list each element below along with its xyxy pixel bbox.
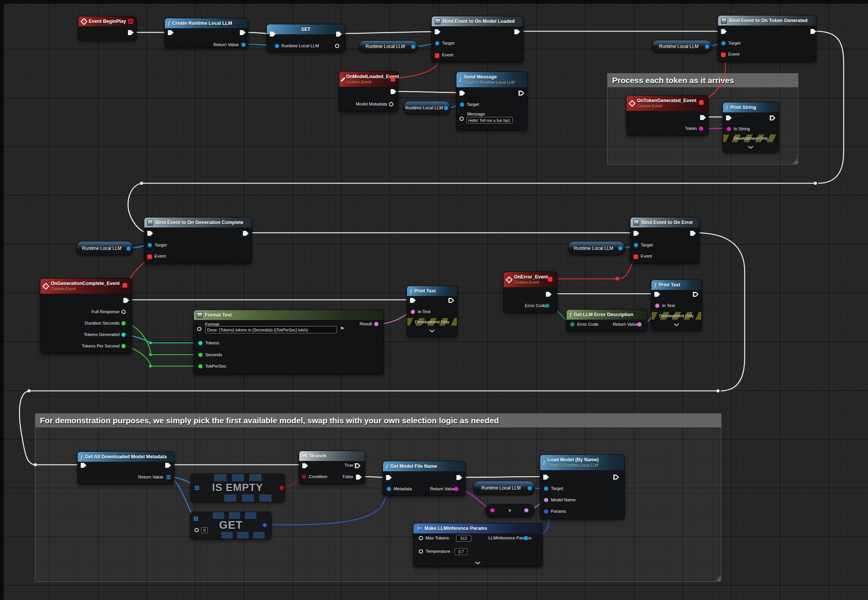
- wire-exec[interactable]: [816, 31, 844, 183]
- max-tokens-pin[interactable]: [419, 536, 423, 540]
- comment-resize-handle[interactable]: [716, 576, 721, 581]
- target-pin[interactable]: [721, 41, 726, 45]
- collapse-chevron-icon[interactable]: [429, 327, 435, 334]
- delegate-pin[interactable]: [699, 100, 704, 105]
- node-array-get[interactable]: GET: [190, 512, 271, 539]
- exec-out-pin[interactable]: [690, 231, 696, 236]
- comment-header[interactable]: Process each token as it arrives: [608, 74, 798, 87]
- conversion-out-pin[interactable]: [524, 508, 528, 512]
- exec-in-pin[interactable]: [302, 463, 308, 468]
- event-delegate-pin[interactable]: [633, 254, 638, 259]
- exec-out-pin[interactable]: [123, 298, 129, 303]
- variable-out-pin[interactable]: [528, 486, 532, 490]
- tokpersec-pin[interactable]: [198, 364, 203, 368]
- exec-in-pin[interactable]: [726, 115, 732, 120]
- wire-exec[interactable]: [696, 233, 745, 391]
- return-value-pin[interactable]: [454, 487, 458, 491]
- in-string-pin[interactable]: [727, 127, 731, 131]
- node-event-beginplay[interactable]: Event BeginPlay: [78, 16, 137, 40]
- reroute-node[interactable]: [716, 389, 720, 392]
- exec-out-pin[interactable]: [700, 115, 706, 120]
- exec-out-pin[interactable]: [448, 298, 454, 303]
- array-in-pin[interactable]: [195, 486, 196, 487]
- tokens-pin[interactable]: [198, 341, 203, 345]
- return-value-pin[interactable]: [637, 322, 641, 326]
- tokens-per-second-pin[interactable]: [121, 344, 126, 348]
- node-bind-event-on-generation-complete[interactable]: Bind Event to On Generation Complete Tar…: [144, 217, 252, 264]
- max-tokens-input[interactable]: [456, 535, 471, 542]
- index-pin[interactable]: [195, 528, 199, 532]
- variable-out-pin[interactable]: [411, 45, 415, 49]
- node-format-text[interactable]: Format Text Format ⚑ Tokens Seconds TokP…: [193, 310, 384, 374]
- reroute-node[interactable]: [149, 354, 152, 356]
- reroute-node[interactable]: [140, 182, 143, 185]
- wire-exec[interactable]: [245, 32, 270, 34]
- error-code-pin[interactable]: [570, 322, 574, 326]
- node-make-llminference-params[interactable]: Make LLMInference Params Max Tokens LLMI…: [413, 523, 542, 567]
- params-pin[interactable]: [544, 509, 548, 514]
- result-pin[interactable]: [374, 322, 378, 326]
- format-input[interactable]: [205, 326, 337, 333]
- reroute-node[interactable]: [27, 389, 30, 392]
- exec-out-pin[interactable]: [128, 30, 134, 35]
- exec-in-pin[interactable]: [168, 30, 174, 35]
- collapse-chevron-icon[interactable]: [475, 559, 481, 566]
- node-onerror-event[interactable]: OnError_Event Custom Event Error Code: [503, 272, 557, 313]
- temperature-pin[interactable]: [419, 549, 423, 554]
- variable-get-runtime-local-llm[interactable]: Runtime Local LLM: [652, 40, 712, 53]
- exec-out-pin[interactable]: [514, 29, 520, 34]
- false-exec-pin[interactable]: [356, 475, 362, 480]
- blueprint-graph-canvas[interactable]: Process each token as it arrives For dem…: [0, 0, 868, 600]
- node-bind-event-on-model-loaded[interactable]: Bind Event to On Model Loaded Target Eve…: [431, 16, 523, 62]
- error-code-pin[interactable]: [545, 304, 549, 308]
- variable-get-runtime-local-llm[interactable]: Runtime Local LLM: [359, 40, 418, 53]
- condition-pin[interactable]: [302, 475, 306, 479]
- reroute-node[interactable]: [149, 342, 152, 344]
- exec-in-pin[interactable]: [410, 298, 416, 303]
- wire-delegate[interactable]: [553, 258, 635, 279]
- node-get-all-downloaded-model-metadata[interactable]: f Get All Downloaded Model Metadata Retu…: [77, 451, 174, 484]
- variable-out-pin[interactable]: [126, 246, 131, 251]
- in-text-pin[interactable]: [655, 304, 659, 308]
- node-load-model-by-name[interactable]: f Load Model (By Name) Target is Runtime…: [540, 454, 625, 519]
- target-pin[interactable]: [435, 41, 439, 45]
- node-branch[interactable]: Branch Condition True False: [299, 451, 365, 484]
- collapse-chevron-icon[interactable]: [748, 144, 754, 150]
- message-pin[interactable]: [460, 117, 464, 121]
- exec-in-pin[interactable]: [654, 292, 660, 297]
- comment-resize-handle[interactable]: [793, 159, 798, 164]
- exec-out-pin[interactable]: [243, 231, 249, 236]
- exec-out-pin[interactable]: [546, 292, 552, 297]
- target-pin[interactable]: [148, 243, 152, 247]
- exec-in-pin[interactable]: [721, 29, 727, 34]
- node-onmodelloaded-event[interactable]: OnModelLoaded_Event Custom Event Model M…: [339, 71, 398, 112]
- node-text-to-name-conversion[interactable]: [485, 504, 535, 517]
- node-bind-event-on-token-generated[interactable]: Bind Event to On Token Generated Target …: [718, 15, 816, 62]
- exec-out-pin[interactable]: [693, 292, 699, 297]
- message-input[interactable]: [466, 117, 513, 123]
- delegate-pin[interactable]: [548, 277, 552, 282]
- llminference-params-out-pin[interactable]: [524, 536, 528, 540]
- exec-out-pin[interactable]: [519, 91, 524, 96]
- node-print-text[interactable]: f Print Text In Text Development Only: [651, 280, 702, 331]
- event-delegate-pin[interactable]: [147, 254, 152, 259]
- return-value-array-pin[interactable]: [166, 475, 168, 476]
- node-print-text[interactable]: f Print Text In Text Development Only: [407, 286, 458, 337]
- variable-out-pin[interactable]: [444, 106, 448, 110]
- model-metadata-pin[interactable]: [389, 102, 393, 106]
- node-array-is-empty[interactable]: IS EMPTY: [190, 474, 285, 502]
- exec-in-pin[interactable]: [543, 475, 549, 480]
- variable-get-runtime-local-llm[interactable]: Runtime Local LLM: [568, 241, 625, 255]
- variable-out-pin[interactable]: [705, 45, 709, 49]
- delegate-pin[interactable]: [128, 19, 133, 24]
- target-pin[interactable]: [634, 243, 638, 247]
- token-pin[interactable]: [699, 126, 703, 131]
- node-send-message[interactable]: f Send Message Target is Runtime Local L…: [456, 72, 528, 130]
- reroute-node-delegate[interactable]: [616, 277, 619, 280]
- wire-float[interactable]: [126, 346, 198, 366]
- node-set-runtime-local-llm[interactable]: SET Runtime Local LLM: [266, 24, 345, 52]
- true-exec-pin[interactable]: [355, 463, 361, 468]
- variable-get-runtime-local-llm[interactable]: Runtime Local LLM: [76, 241, 133, 255]
- node-get-model-file-name[interactable]: f Get Model File Name Metadata Return Va…: [383, 461, 466, 496]
- exec-out-pin[interactable]: [770, 115, 775, 120]
